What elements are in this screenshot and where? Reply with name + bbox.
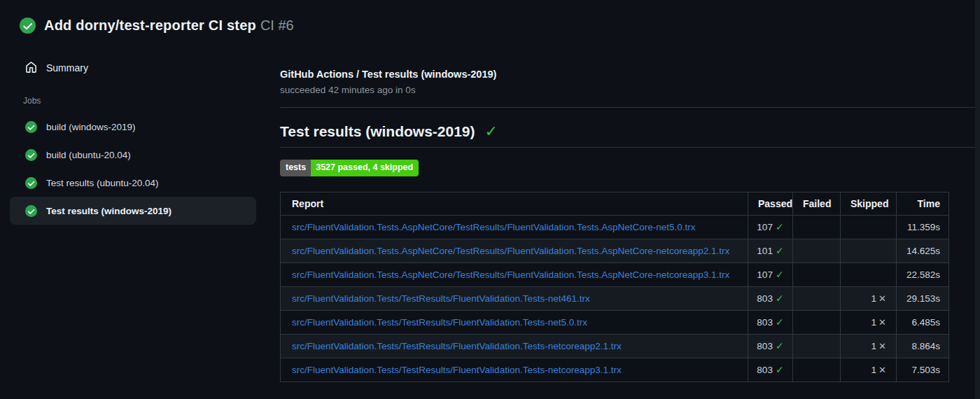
pass-check-icon: ✓ [776, 245, 784, 256]
run-header: Add dorny/test-reporter CI stepCI #6 [20, 18, 294, 34]
test-results-table: Report Passed Failed Skipped Time src/Fl… [280, 192, 949, 382]
run-title: Add dorny/test-reporter CI step [44, 18, 256, 33]
failed-cell [793, 239, 841, 262]
failed-cell [793, 262, 841, 286]
time-cell: 29.153s [897, 286, 949, 310]
table-row: src/FluentValidation.Tests/TestResults/F… [281, 310, 949, 334]
sidebar-job-item[interactable]: build (ubuntu-20.04) [10, 141, 256, 169]
failed-cell [793, 334, 841, 358]
sidebar-job-item[interactable]: Test results (windows-2019) [10, 197, 256, 225]
job-label: Test results (windows-2019) [46, 206, 172, 216]
job-list: build (windows-2019) build (ubuntu-20.04… [0, 113, 266, 225]
table-row: src/FluentValidation.Tests.AspNetCore/Te… [281, 215, 949, 239]
table-row: src/FluentValidation.Tests/TestResults/F… [281, 358, 949, 382]
job-success-check-circle-icon [25, 205, 37, 217]
pass-check-icon: ✓ [776, 364, 784, 375]
report-link[interactable]: src/FluentValidation.Tests/TestResults/F… [292, 365, 622, 375]
main-content: GitHub Actions / Test results (windows-2… [280, 63, 975, 382]
table-row: src/FluentValidation.Tests/TestResults/F… [281, 334, 949, 358]
time-cell: 6.485s [897, 310, 949, 334]
time-cell: 7.503s [897, 358, 949, 382]
job-label: build (windows-2019) [46, 122, 136, 132]
passed-cell: 803✓ [748, 358, 793, 382]
table-header-row: Report Passed Failed Skipped Time [281, 192, 949, 215]
column-header-skipped: Skipped [841, 192, 897, 215]
time-cell: 11.359s [897, 215, 949, 239]
divider [280, 107, 975, 108]
pass-check-icon: ✓ [776, 316, 784, 328]
sidebar-item-summary[interactable]: Summary [0, 56, 266, 79]
job-success-check-circle-icon [25, 121, 37, 133]
skipped-cell [841, 239, 897, 262]
run-number: CI #6 [260, 18, 294, 33]
skipped-cell [841, 215, 897, 239]
column-header-failed: Failed [793, 192, 841, 215]
pass-check-icon: ✓ [776, 221, 784, 232]
success-check-circle-icon [20, 18, 36, 34]
pass-check-icon: ✓ [776, 340, 784, 351]
job-label: Test results (ubuntu-20.04) [46, 178, 159, 188]
pass-check-icon: ✓ [776, 269, 784, 280]
summary-label: Summary [46, 62, 88, 74]
passed-cell: 803✓ [748, 286, 793, 310]
passed-cell: 107✓ [748, 215, 793, 239]
report-link[interactable]: src/FluentValidation.Tests/TestResults/F… [292, 341, 622, 351]
scrollbar[interactable] [975, 0, 980, 399]
skipped-cell: 1✕ [841, 310, 897, 334]
failed-cell [793, 358, 841, 382]
report-link[interactable]: src/FluentValidation.Tests.AspNetCore/Te… [292, 270, 729, 280]
failed-cell [793, 286, 841, 310]
time-cell: 8.864s [897, 334, 949, 358]
home-icon [25, 62, 37, 74]
column-header-report: Report [281, 192, 748, 215]
skipped-cell [841, 262, 897, 286]
section-title: Test results (windows-2019) [280, 123, 475, 140]
failed-cell [793, 310, 841, 334]
pass-check-icon: ✓ [776, 293, 784, 304]
badge-label: tests [280, 160, 311, 176]
badge-value: 3527 passed, 4 skipped [311, 160, 419, 176]
failed-cell [793, 215, 841, 239]
report-link[interactable]: src/FluentValidation.Tests.AspNetCore/Te… [292, 246, 729, 256]
job-success-check-circle-icon [25, 177, 37, 189]
sidebar-job-item[interactable]: build (windows-2019) [10, 113, 256, 141]
job-success-check-circle-icon [25, 149, 37, 161]
jobs-section-label: Jobs [23, 96, 266, 106]
passed-cell: 107✓ [748, 262, 793, 286]
sidebar-job-item[interactable]: Test results (ubuntu-20.04) [10, 169, 256, 197]
skip-x-icon: ✕ [878, 365, 886, 375]
time-cell: 14.625s [897, 239, 949, 262]
check-run-title: GitHub Actions / Test results (windows-2… [280, 69, 975, 80]
table-row: src/FluentValidation.Tests/TestResults/F… [281, 286, 949, 310]
column-header-time: Time [897, 192, 949, 215]
table-row: src/FluentValidation.Tests.AspNetCore/Te… [281, 262, 949, 286]
job-label: build (ubuntu-20.04) [46, 150, 131, 160]
section-success-check-icon: ✓ [485, 124, 498, 139]
divider [280, 147, 975, 148]
report-link[interactable]: src/FluentValidation.Tests/TestResults/F… [292, 317, 587, 328]
column-header-passed: Passed [748, 192, 793, 215]
skip-x-icon: ✕ [878, 293, 886, 304]
report-link[interactable]: src/FluentValidation.Tests.AspNetCore/Te… [292, 222, 696, 232]
skipped-cell: 1✕ [841, 286, 897, 310]
check-run-status: succeeded 42 minutes ago in 0s [280, 85, 975, 95]
tests-badge[interactable]: tests 3527 passed, 4 skipped [280, 160, 419, 176]
skip-x-icon: ✕ [878, 341, 886, 351]
time-cell: 22.582s [897, 262, 949, 286]
passed-cell: 101✓ [748, 239, 793, 262]
passed-cell: 803✓ [748, 334, 793, 358]
skipped-cell: 1✕ [841, 358, 897, 382]
skipped-cell: 1✕ [841, 334, 897, 358]
skip-x-icon: ✕ [878, 317, 886, 328]
passed-cell: 803✓ [748, 310, 793, 334]
table-row: src/FluentValidation.Tests.AspNetCore/Te… [281, 239, 949, 262]
sidebar: Summary Jobs build (windows-2019) build … [0, 56, 266, 225]
report-link[interactable]: src/FluentValidation.Tests/TestResults/F… [292, 293, 590, 304]
